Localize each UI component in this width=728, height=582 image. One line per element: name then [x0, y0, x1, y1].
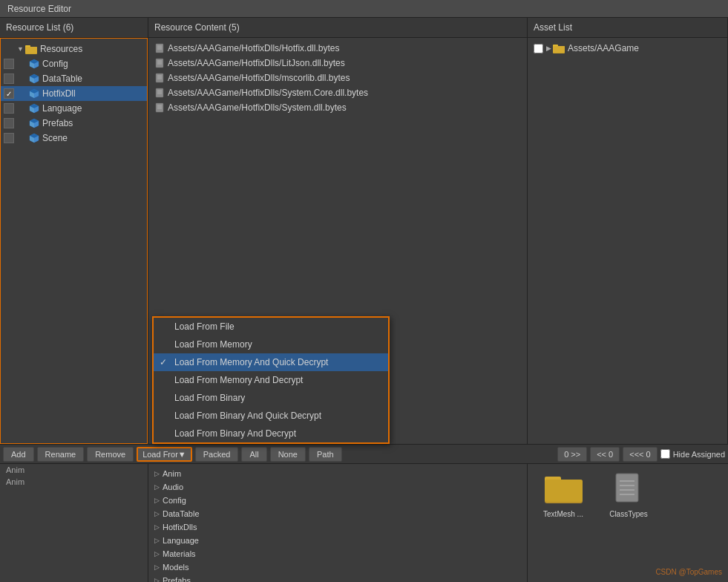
list-item-checkbox[interactable]: [4, 59, 14, 69]
list-item-label: Scene: [42, 133, 68, 143]
content-item[interactable]: Assets/AAAGame/HotfixDlls/System.dll.byt…: [148, 100, 527, 115]
cube-icon: [29, 118, 39, 128]
list-item-label: DataTable: [42, 73, 82, 84]
dropdown-item-label: Load From Memory: [174, 339, 252, 350]
asset-thumbnail[interactable]: TextMesh ...: [534, 470, 593, 518]
lower-section: AnimAnim ▷Anim▷Audio▷Config▷DataTable▷Ho…: [0, 463, 728, 582]
asset-item[interactable]: ▶ Assets/AAAGame: [528, 41, 727, 56]
list-item-label: Language: [42, 103, 82, 114]
path-button[interactable]: Path: [309, 447, 342, 462]
dropdown-menu-item[interactable]: ✓Load From Memory And Quick Decrypt: [154, 353, 388, 371]
file-icon: [154, 73, 165, 83]
load-from-dropdown-menu: Load From FileLoad From Memory✓Load From…: [152, 316, 390, 444]
content-item-label: Assets/AAAGame/HotfixDlls/mscorlib.dll.b…: [168, 73, 350, 83]
bottom-toolbar: Add Rename Remove Load Fror▼ Packed All …: [0, 444, 728, 463]
resource-list-item[interactable]: Prefabs: [1, 116, 147, 131]
content-item[interactable]: Assets/AAAGame/HotfixDlls/Hotfix.dll.byt…: [148, 41, 527, 56]
rename-button[interactable]: Rename: [37, 447, 85, 462]
list-item-label: Config: [42, 59, 68, 69]
dropdown-menu-item[interactable]: Load From Binary: [154, 389, 388, 407]
hide-assigned-container: Hide Assigned: [660, 449, 725, 459]
load-from-dropdown[interactable]: Load Fror▼: [137, 447, 192, 462]
lower-right: TextMesh ... ClassTypes: [528, 464, 728, 582]
dropdown-item-label: Load From Binary And Decrypt: [174, 428, 296, 439]
all-button[interactable]: All: [241, 447, 266, 462]
nav-back-button[interactable]: << 0: [590, 447, 620, 462]
title-bar: Resource Editor: [0, 0, 728, 18]
folder-tree-item[interactable]: ▷HotfixDlls: [154, 520, 521, 534]
folder-tree-item[interactable]: ▷Materials: [154, 547, 521, 560]
add-button[interactable]: Add: [3, 447, 34, 462]
asset-thumbnail[interactable]: ClassTypes: [599, 470, 658, 518]
list-item-label: HotfixDll: [42, 88, 76, 99]
svg-rect-31: [156, 59, 163, 68]
folder-tree-label: Anim: [163, 469, 181, 478]
app-title: Resource Editor: [7, 4, 71, 14]
asset-list-panel: Asset List ▶ Assets/AAAGame: [528, 18, 728, 444]
main-content: Resource List (6) ▼ Resources Config Dat…: [0, 18, 728, 582]
dropdown-item-label: Load From File: [174, 321, 235, 332]
asset-checkbox[interactable]: [534, 44, 543, 53]
folder-tree-item[interactable]: ▷Models: [154, 560, 521, 574]
asset-thumb-label: TextMesh ...: [543, 510, 583, 518]
content-item[interactable]: Assets/AAAGame/HotfixDlls/System.Core.dl…: [148, 85, 527, 100]
asset-list-content: ▶ Assets/AAAGame: [528, 38, 727, 444]
file-icon: [154, 43, 165, 53]
dropdown-check: ✓: [160, 357, 167, 367]
file-icon: [154, 58, 165, 68]
folder-tree-item[interactable]: ▷Prefabs: [154, 574, 521, 582]
list-item-checkbox[interactable]: [4, 73, 14, 84]
hide-assigned-label: Hide Assigned: [673, 450, 725, 459]
content-item[interactable]: Assets/AAAGame/HotfixDlls/mscorlib.dll.b…: [148, 71, 527, 85]
folder-tree-item[interactable]: ▷Audio: [154, 480, 521, 494]
resource-list-item[interactable]: Language: [1, 101, 147, 116]
lower-middle: ▷Anim▷Audio▷Config▷DataTable▷HotfixDlls▷…: [148, 464, 528, 582]
dropdown-menu-item[interactable]: Load From Binary And Decrypt: [154, 425, 388, 442]
asset-thumb-label: ClassTypes: [609, 510, 648, 518]
content-item[interactable]: Assets/AAAGame/HotfixDlls/LitJson.dll.by…: [148, 56, 527, 71]
folder-tree-label: Language: [163, 536, 199, 545]
nav-forward-button[interactable]: 0 >>: [557, 447, 587, 462]
resource-list-item[interactable]: ✓ HotfixDll: [1, 86, 147, 101]
folder-tree-label: Config: [163, 496, 186, 505]
lower-left-item: Anim: [0, 476, 148, 488]
folder-tree-label: Materials: [163, 549, 196, 558]
resource-list-item[interactable]: ▼ Resources: [1, 42, 147, 56]
resource-list-item[interactable]: Scene: [1, 131, 147, 146]
resource-list-panel: Resource List (6) ▼ Resources Config Dat…: [0, 18, 148, 444]
asset-thumb-icon: [606, 470, 651, 507]
dropdown-menu-item[interactable]: Load From Memory And Decrypt: [154, 371, 388, 389]
folder-tree-label: DataTable: [163, 509, 200, 518]
dropdown-menu-item[interactable]: Load From Memory: [154, 336, 388, 353]
folder-tree-item[interactable]: ▷Config: [154, 494, 521, 507]
folder-tree-label: HotfixDlls: [163, 523, 197, 532]
dropdown-item-label: Load From Binary: [174, 393, 245, 403]
asset-thumb-icon: [541, 470, 586, 507]
lower-left: AnimAnim: [0, 464, 148, 582]
nav-back-far-button[interactable]: <<< 0: [623, 447, 657, 462]
folder-tree-item[interactable]: ▷Language: [154, 534, 521, 547]
list-item-checkbox[interactable]: [4, 133, 14, 143]
list-item-checkbox[interactable]: [4, 118, 14, 128]
list-item-checkbox[interactable]: ✓: [4, 88, 14, 99]
resource-list-item[interactable]: Config: [1, 56, 147, 71]
dropdown-menu-item[interactable]: Load From Binary And Quick Decrypt: [154, 407, 388, 425]
hide-assigned-checkbox[interactable]: [660, 449, 670, 459]
resource-list-header: Resource List (6): [0, 18, 148, 38]
resource-list-item[interactable]: DataTable: [1, 71, 147, 86]
folder-icon: [25, 44, 37, 54]
folder-tree-item[interactable]: ▷DataTable: [154, 507, 521, 520]
asset-list-header: Asset List: [528, 18, 727, 38]
dropdown-menu-item[interactable]: Load From File: [154, 318, 388, 336]
remove-button[interactable]: Remove: [87, 447, 134, 462]
packed-button[interactable]: Packed: [195, 447, 239, 462]
file-icon: [154, 102, 165, 113]
folder-tree-item[interactable]: ▷Anim: [154, 467, 521, 480]
watermark: CSDN @TopGames: [655, 568, 722, 576]
svg-rect-49: [553, 46, 565, 53]
toolbar-right: 0 >> << 0 <<< 0 Hide Assigned: [557, 447, 725, 462]
list-item-checkbox[interactable]: [4, 103, 14, 114]
none-button[interactable]: None: [270, 447, 306, 462]
dropdown-item-label: Load From Memory And Decrypt: [174, 375, 303, 385]
list-item-label: Prefabs: [42, 118, 73, 128]
